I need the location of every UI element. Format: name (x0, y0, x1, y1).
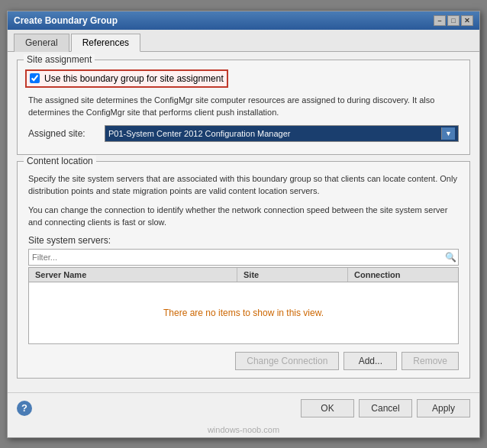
server-table: Server Name Site Connection There are no… (28, 267, 459, 344)
dropdown-arrow-icon: ▼ (441, 127, 455, 140)
tab-bar: General References (8, 30, 479, 52)
dialog-content: Site assignment Use this boundary group … (8, 52, 479, 392)
title-bar: Create Boundary Group – □ ✕ (8, 11, 479, 30)
use-boundary-group-checkbox[interactable] (30, 73, 40, 83)
site-assignment-group: Site assignment Use this boundary group … (17, 60, 470, 155)
col-server-name: Server Name (29, 268, 237, 282)
footer-right: OK Cancel Apply (301, 399, 470, 417)
title-bar-buttons: – □ ✕ (434, 15, 473, 26)
content-location-description1: Specify the site system servers that are… (28, 172, 459, 198)
remove-button[interactable]: Remove (402, 352, 459, 370)
maximize-button[interactable]: □ (447, 15, 460, 26)
assigned-site-row: Assigned site: P01-System Center 2012 Co… (28, 125, 459, 142)
help-icon[interactable]: ? (17, 401, 32, 416)
dialog-footer: ? OK Cancel Apply (8, 392, 479, 424)
table-header: Server Name Site Connection (29, 268, 458, 282)
ok-button[interactable]: OK (301, 399, 354, 417)
assigned-site-label: Assigned site: (28, 128, 105, 139)
dialog-title: Create Boundary Group (14, 15, 118, 26)
site-assignment-label: Site assignment (24, 54, 95, 65)
filter-input[interactable] (29, 251, 443, 263)
site-system-servers-label: Site system servers: (28, 235, 459, 246)
content-location-label: Content location (24, 156, 96, 166)
content-location-description2: You can change the connection to identif… (28, 204, 459, 229)
use-boundary-group-checkbox-label: Use this boundary group for site assignm… (44, 73, 224, 84)
filter-row: 🔍 (28, 249, 459, 266)
cancel-button[interactable]: Cancel (359, 399, 412, 417)
use-boundary-group-checkbox-row[interactable]: Use this boundary group for site assignm… (25, 69, 228, 88)
content-location-group: Content location Specify the site system… (17, 161, 470, 379)
create-boundary-group-dialog: Create Boundary Group – □ ✕ General Refe… (7, 11, 480, 438)
table-body: There are no items to show in this view. (29, 282, 458, 343)
footer-left: ? (17, 401, 32, 416)
close-button[interactable]: ✕ (461, 15, 473, 26)
add-button[interactable]: Add... (343, 352, 397, 370)
site-assignment-description: The assigned site determines the ConfigM… (28, 94, 459, 119)
col-connection: Connection (348, 268, 458, 282)
search-icon: 🔍 (443, 252, 458, 263)
tab-general[interactable]: General (14, 34, 69, 52)
empty-table-message: There are no items to show in this view. (163, 308, 324, 318)
watermark: windows-noob.com (8, 424, 479, 437)
col-site: Site (237, 268, 348, 282)
apply-button[interactable]: Apply (417, 399, 470, 417)
minimize-button[interactable]: – (434, 15, 446, 26)
tab-references[interactable]: References (71, 34, 140, 52)
assigned-site-value: P01-System Center 2012 Configuration Man… (108, 129, 441, 138)
table-action-buttons: Change Connection Add... Remove (28, 349, 459, 370)
change-connection-button[interactable]: Change Connection (235, 352, 339, 370)
assigned-site-dropdown[interactable]: P01-System Center 2012 Configuration Man… (105, 125, 459, 142)
